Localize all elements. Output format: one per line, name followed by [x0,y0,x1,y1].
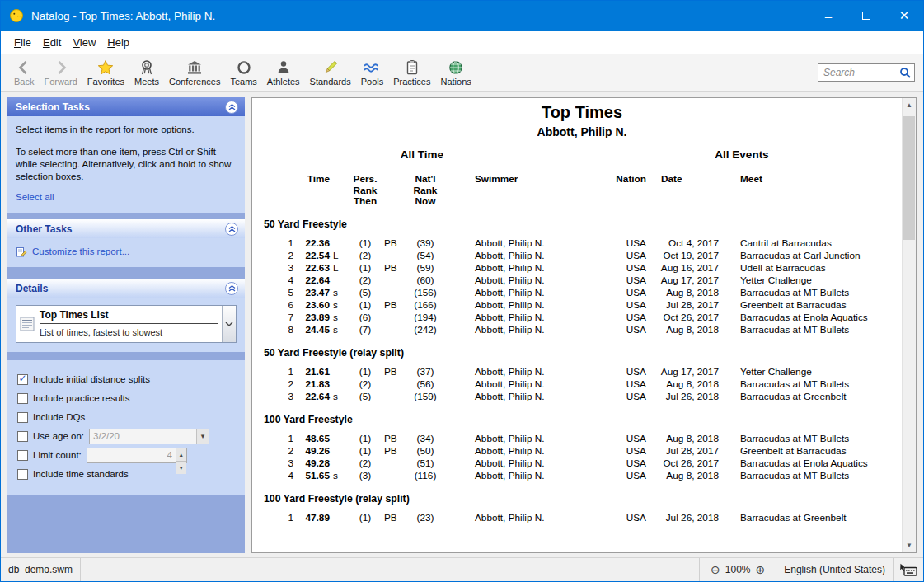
collapse-chevron-icon[interactable] [225,101,238,114]
result-row[interactable]: 147.89(1)PB(23)Abbott, Philip N.USAJul 2… [262,512,902,524]
select-all-link[interactable]: Select all [16,191,237,204]
menu-file[interactable]: File [8,33,37,52]
scrollbar-thumb[interactable] [903,116,915,240]
combobox-dropdown-button[interactable] [222,306,236,342]
cell-date: Jul 26, 2018 [646,391,719,403]
result-row[interactable]: 249.26(1)PB(50)Abbott, Philip N.USAJul 2… [262,445,902,458]
menu-view[interactable]: View [67,33,101,52]
cell-swimmer-name: Abbott, Philip N. [443,470,589,482]
result-row[interactable]: 221.83(2)(56)Abbott, Philip N.USAAug 8, … [262,378,902,391]
cell-course-suffix: s [330,391,348,403]
toolbar-button-favorites[interactable]: Favorites [82,57,129,87]
result-row[interactable]: 723.89s(6)(194)Abbott, Philip N.USAOct 2… [262,312,902,324]
cell-pb-flag: PB [382,299,407,312]
cell-rank: 1 [262,237,295,250]
maximize-button[interactable] [847,1,885,31]
cell-pb-flag: PB [382,366,407,378]
header-natl-rank: Nat'l Rank Now [407,174,443,208]
toolbar-button-back[interactable]: Back [9,57,39,87]
collapse-chevron-icon[interactable] [225,223,238,236]
selection-tasks-header[interactable]: Selection Tasks [7,97,245,116]
spin-up-icon[interactable]: ▲ [176,448,186,462]
toolbar-button-pools[interactable]: Pools [356,57,389,87]
result-row[interactable]: 623.60s(1)PB(166)Abbott, Philip N.USAJul… [262,299,902,312]
cell-meet-name: Barracudas at MT Bullets [719,287,902,299]
language-indicator[interactable]: English (United States) [776,558,893,581]
result-row[interactable]: 122.36(1)PB(39)Abbott, Philip N.USAOct 4… [262,237,902,250]
date-dropdown-icon[interactable]: ▾ [196,429,209,444]
report-scrollbar[interactable]: ▲ ▼ [902,98,916,552]
toolbar-button-practices[interactable]: Practices [388,57,435,87]
cell-time: 49.28 [295,458,330,470]
result-row[interactable]: 451.65s(3)(116)Abbott, Philip N.USAAug 8… [262,470,902,482]
checkbox-include-time-standards[interactable] [17,469,28,480]
cell-nation: USA [589,262,646,275]
keyboard-layout-button[interactable] [894,558,923,581]
minimize-button[interactable]: – [809,1,847,31]
report-type-combobox[interactable]: Top Times List List of times, fastest to… [16,305,237,343]
option-row-use-age-on: Use age on:3/2/20▾ [16,427,237,446]
toolbar-button-forward[interactable]: Forward [39,57,82,87]
result-row[interactable]: 349.28(2)(51)Abbott, Philip N.USAOct 26,… [262,458,902,470]
result-row[interactable]: 824.45s(7)(242)Abbott, Philip N.USAAug 8… [262,324,902,336]
result-row[interactable]: 422.64(2)(60)Abbott, Philip N.USAAug 17,… [262,275,902,287]
scroll-down-icon[interactable]: ▼ [903,538,916,552]
event-section-title: 50 Yard Freestyle (relay split) [264,347,902,359]
result-row[interactable]: 148.65(1)PB(34)Abbott, Philip N.USAAug 8… [262,433,902,445]
customize-report-link[interactable]: Customize this report... [32,246,129,258]
cell-rank: 2 [262,378,295,391]
menu-help[interactable]: Help [101,33,135,52]
search-box[interactable] [818,63,915,82]
count-spinner[interactable]: ▲▼ [176,448,186,462]
spin-down-icon[interactable]: ▼ [176,462,186,474]
collapse-chevron-icon[interactable] [225,282,238,295]
option-row-limit-count: Limit count:4▲▼ [16,446,237,465]
cell-nation: USA [589,299,646,312]
cell-time: 22.54 [295,250,330,262]
toolbar-button-athletes[interactable]: Athletes [262,57,305,87]
option-row-include-time-standards: Include time standards [16,465,237,484]
close-button[interactable]: ✕ [885,1,923,31]
result-row[interactable]: 322.64s(5)(159)Abbott, Philip N.USAJul 2… [262,391,902,403]
other-tasks-header[interactable]: Other Tasks [7,219,245,238]
header-meet: Meet [719,174,902,185]
result-row[interactable]: 121.61(1)PB(37)Abbott, Philip N.USAAug 1… [262,366,902,378]
cell-personal-rank-then: (6) [348,312,382,324]
search-input[interactable] [823,67,899,78]
toolbar-button-teams[interactable]: Teams [225,57,261,87]
details-header[interactable]: Details [7,279,245,298]
zoom-out-icon[interactable]: ⊖ [707,563,724,576]
checkbox-include-practice-results[interactable] [17,393,28,404]
checkbox-include-dqs[interactable] [17,412,28,423]
toolbar-button-standards[interactable]: Standards [305,57,356,87]
cell-nation: USA [589,433,646,445]
result-row[interactable]: 222.54L(2)(54)Abbott, Philip N.USAOct 19… [262,250,902,262]
checkbox-use-age-on[interactable] [17,431,28,442]
toolbar-label: Back [14,77,34,87]
checkbox-include-initial-distance-splits[interactable] [17,374,28,385]
zoom-in-icon[interactable]: ⊕ [753,563,769,576]
toolbar-button-nations[interactable]: Nations [436,57,476,87]
menu-bar: FileEditViewHelp [1,31,923,54]
menu-edit[interactable]: Edit [37,33,67,52]
cell-swimmer-name: Abbott, Philip N. [443,458,589,470]
cell-personal-rank-then: (1) [348,445,382,458]
result-row[interactable]: 523.47s(5)(156)Abbott, Philip N.USAAug 8… [262,287,902,299]
scroll-up-icon[interactable]: ▲ [903,98,916,112]
toolbar-button-conferences[interactable]: Conferences [164,57,225,87]
result-row[interactable]: 322.63L(1)PB(59)Abbott, Philip N.USAAug … [262,262,902,275]
report-scope-row: All Time All Events [262,148,902,161]
limit-count-field[interactable]: 4▲▼ [87,448,187,463]
cell-personal-rank-then: (1) [348,433,382,445]
cell-time: 23.47 [295,287,330,299]
report-subtitle: Abbott, Philip N. [262,125,902,138]
cell-nation: USA [589,237,646,250]
cell-nation: USA [589,250,646,262]
cell-personal-rank-then: (2) [348,458,382,470]
use-age-date-field[interactable]: 3/2/20▾ [89,429,209,444]
checkbox-limit-count[interactable] [17,450,28,461]
cell-date: Jul 26, 2018 [646,512,719,524]
cell-swimmer-name: Abbott, Philip N. [443,378,589,391]
cell-rank: 6 [262,299,295,312]
toolbar-button-meets[interactable]: Meets [129,57,164,87]
